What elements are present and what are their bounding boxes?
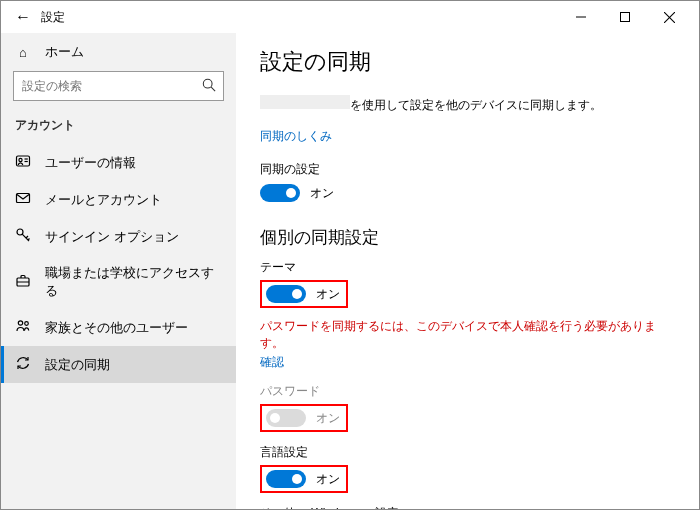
people-icon bbox=[15, 318, 31, 337]
password-warning: パスワードを同期するには、このデバイスで本人確認を行う必要があります。 bbox=[260, 318, 675, 352]
sidebar-item-label: ユーザーの情報 bbox=[45, 154, 136, 172]
password-toggle bbox=[266, 409, 306, 427]
password-label: パスワード bbox=[260, 383, 675, 400]
info-suffix: を使用して設定を他のデバイスに同期します。 bbox=[350, 97, 602, 114]
how-it-works-link[interactable]: 同期のしくみ bbox=[260, 128, 332, 145]
sidebar-item-label: サインイン オプション bbox=[45, 228, 179, 246]
sidebar-item-email-accounts[interactable]: メールとアカウント bbox=[1, 181, 236, 218]
svg-point-14 bbox=[25, 322, 29, 326]
minimize-button[interactable] bbox=[559, 1, 603, 33]
other-windows-label: その他の Windows の設定 bbox=[260, 505, 675, 509]
sidebar-item-family-users[interactable]: 家族とその他のユーザー bbox=[1, 309, 236, 346]
title-bar: ← 設定 bbox=[1, 1, 699, 33]
account-info-line: を使用して設定を他のデバイスに同期します。 bbox=[260, 95, 675, 114]
toggle-state: オン bbox=[316, 286, 340, 303]
sidebar: ⌂ ホーム アカウント ユーザーの情報 メールとアカウント サイ bbox=[1, 33, 236, 509]
user-icon bbox=[15, 153, 31, 172]
back-button[interactable]: ← bbox=[9, 8, 37, 26]
account-redacted bbox=[260, 95, 350, 109]
individual-sync-heading: 個別の同期設定 bbox=[260, 226, 675, 249]
search-icon bbox=[195, 78, 223, 95]
mail-icon bbox=[15, 190, 31, 209]
sync-settings-toggle[interactable] bbox=[260, 184, 300, 202]
highlight-box: オン bbox=[260, 404, 348, 432]
key-icon bbox=[15, 227, 31, 246]
highlight-box: オン bbox=[260, 465, 348, 493]
home-icon: ⌂ bbox=[15, 45, 31, 60]
svg-point-4 bbox=[203, 79, 212, 88]
sidebar-item-label: 職場または学校にアクセスする bbox=[45, 264, 222, 300]
svg-point-11 bbox=[17, 229, 23, 235]
svg-rect-1 bbox=[621, 13, 630, 22]
theme-label: テーマ bbox=[260, 259, 675, 276]
sidebar-item-signin-options[interactable]: サインイン オプション bbox=[1, 218, 236, 255]
sidebar-item-label: 家族とその他のユーザー bbox=[45, 319, 188, 337]
toggle-state: オン bbox=[316, 471, 340, 488]
svg-line-5 bbox=[211, 87, 215, 91]
language-toggle[interactable] bbox=[266, 470, 306, 488]
page-title: 設定の同期 bbox=[260, 47, 675, 77]
briefcase-icon bbox=[15, 273, 31, 292]
verify-link[interactable]: 確認 bbox=[260, 354, 284, 371]
toggle-state: オン bbox=[310, 185, 334, 202]
sync-icon bbox=[15, 355, 31, 374]
sidebar-item-user-info[interactable]: ユーザーの情報 bbox=[1, 144, 236, 181]
content-area: 設定の同期 を使用して設定を他のデバイスに同期します。 同期のしくみ 同期の設定… bbox=[236, 33, 699, 509]
toggle-state: オン bbox=[316, 410, 340, 427]
search-box[interactable] bbox=[13, 71, 224, 101]
sync-settings-label: 同期の設定 bbox=[260, 161, 675, 178]
window-title: 設定 bbox=[37, 9, 65, 26]
svg-point-7 bbox=[19, 158, 22, 161]
language-label: 言語設定 bbox=[260, 444, 675, 461]
sidebar-item-label: 設定の同期 bbox=[45, 356, 110, 374]
theme-toggle[interactable] bbox=[266, 285, 306, 303]
svg-point-13 bbox=[18, 321, 22, 325]
close-button[interactable] bbox=[647, 1, 691, 33]
home-label: ホーム bbox=[45, 43, 84, 61]
sidebar-item-label: メールとアカウント bbox=[45, 191, 162, 209]
maximize-button[interactable] bbox=[603, 1, 647, 33]
sidebar-item-sync-settings[interactable]: 設定の同期 bbox=[1, 346, 236, 383]
sidebar-item-work-school[interactable]: 職場または学校にアクセスする bbox=[1, 255, 236, 309]
home-link[interactable]: ⌂ ホーム bbox=[1, 37, 236, 71]
highlight-box: オン bbox=[260, 280, 348, 308]
search-input[interactable] bbox=[14, 79, 195, 93]
section-label: アカウント bbox=[1, 115, 236, 144]
